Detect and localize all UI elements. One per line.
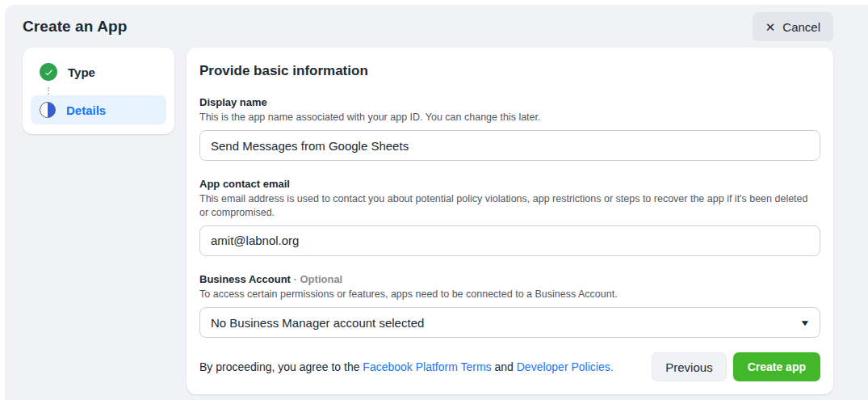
basic-information-panel: Provide basic information Display name T… — [187, 48, 833, 394]
chevron-down-icon: ▼ — [799, 318, 811, 327]
optional-tag-text: · Optional — [294, 273, 343, 285]
page-title: Create an App — [23, 18, 127, 36]
contact-email-label: App contact email — [199, 178, 820, 190]
optional-tag: · Optional — [294, 273, 343, 285]
content-area: Type Details Provide basic information D… — [5, 48, 868, 394]
business-account-selected-value: No Business Manager account selected — [211, 316, 424, 330]
display-name-input[interactable] — [199, 130, 820, 161]
business-account-select[interactable]: No Business Manager account selected ▼ — [199, 307, 820, 338]
cancel-button[interactable]: ✕ Cancel — [753, 12, 833, 41]
close-icon: ✕ — [765, 21, 776, 33]
business-account-field-group: Business Account · Optional To access ce… — [199, 273, 820, 338]
agreement-text: By proceeding, you agree to the Facebook… — [199, 360, 614, 373]
display-name-field-group: Display name This is the app name associ… — [199, 96, 820, 161]
business-account-description: To access certain permissions or feature… — [199, 288, 813, 301]
contact-email-description: This email address is used to contact yo… — [199, 192, 813, 219]
developer-policies-link[interactable]: Developer Policies. — [517, 360, 614, 373]
check-circle-icon — [40, 63, 57, 81]
step-details-label: Details — [66, 103, 106, 117]
step-type-label: Type — [68, 65, 95, 79]
display-name-description: This is the app name associated with you… — [199, 111, 813, 124]
contact-email-field-group: App contact email This email address is … — [199, 178, 820, 256]
step-details[interactable]: Details — [31, 95, 166, 124]
footer-buttons: Previous Create app — [652, 352, 820, 381]
platform-terms-link[interactable]: Facebook Platform Terms — [363, 360, 491, 373]
panel-heading: Provide basic information — [199, 63, 820, 79]
create-app-dialog: Create an App ✕ Cancel Type Details Prov… — [5, 5, 868, 400]
previous-button[interactable]: Previous — [652, 352, 726, 381]
create-app-button[interactable]: Create app — [733, 352, 820, 381]
step-connector — [48, 87, 166, 95]
panel-footer: By proceeding, you agree to the Facebook… — [199, 352, 820, 381]
half-circle-progress-icon — [40, 102, 56, 118]
agreement-prefix: By proceeding, you agree to the — [199, 360, 363, 373]
steps-sidebar: Type Details — [23, 48, 174, 134]
cancel-button-label: Cancel — [782, 20, 820, 34]
contact-email-input[interactable] — [199, 225, 820, 256]
agreement-middle: and — [492, 360, 517, 373]
business-account-label-text: Business Account — [199, 273, 291, 285]
step-type[interactable]: Type — [31, 57, 166, 86]
business-account-label: Business Account · Optional — [199, 273, 820, 285]
topbar: Create an App ✕ Cancel — [5, 5, 868, 48]
display-name-label: Display name — [199, 96, 820, 108]
